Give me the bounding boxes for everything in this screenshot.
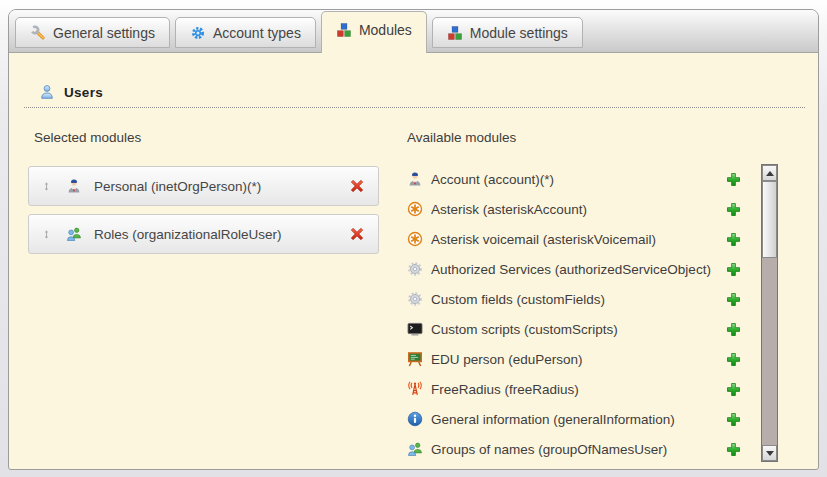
module-name: Account (account)(*) [431,172,726,187]
tab-general-settings[interactable]: General settings [15,17,170,48]
add-module-button[interactable] [726,262,741,277]
add-module-button[interactable] [726,412,741,427]
available-module-row: Custom fields (customFields) [407,284,741,314]
gear-icon [407,261,423,277]
add-module-button[interactable] [726,172,741,187]
config-panel: General settingsAccount typesModulesModu… [8,9,819,470]
available-module-row: Asterisk voicemail (asteriskVoicemail) [407,224,741,254]
available-module-row: Custom scripts (customScripts) [407,314,741,344]
module-name: Authorized Services (authorizedServiceOb… [431,262,726,277]
add-module-button[interactable] [726,352,741,367]
tab-modules[interactable]: Modules [321,11,427,53]
module-name: Roles (organizationalRoleUser) [94,227,349,242]
available-module-row: Authorized Services (authorizedServiceOb… [407,254,741,284]
add-module-button[interactable] [726,382,741,397]
tab-label: General settings [53,25,155,41]
terminal-icon [407,321,423,337]
module-name: Custom fields (customFields) [431,292,726,307]
group-icon [66,226,82,242]
chalkboard-icon [407,351,423,367]
group-icon [407,441,423,457]
arrow-up-icon [766,171,774,176]
tab-label: Module settings [470,25,568,41]
available-module-row: FreeRadius (freeRadius) [407,374,741,404]
person-icon [66,178,82,194]
available-modules-label: Available modules [407,130,516,145]
module-name: Asterisk voicemail (asteriskVoicemail) [431,232,726,247]
module-name: FreeRadius (freeRadius) [431,382,726,397]
modules-icon [447,25,463,41]
tab-label: Account types [213,25,301,41]
add-module-button[interactable] [726,292,741,307]
module-name: General information (generalInformation) [431,412,726,427]
tab-strip: General settingsAccount typesModulesModu… [9,10,818,53]
asterisk-icon [407,231,423,247]
available-modules-list: Account (account)(*)Asterisk (asteriskAc… [407,164,741,464]
account-type-title: Users [64,85,103,100]
asterisk-icon [407,201,423,217]
selected-modules-label: Selected modules [34,130,141,145]
account-types-icon [190,25,206,41]
module-name: Groups of names (groupOfNamesUser) [431,442,726,457]
person-icon [407,171,423,187]
available-module-row: Asterisk (asteriskAccount) [407,194,741,224]
add-module-button[interactable] [726,232,741,247]
drag-handle-icon[interactable] [41,227,52,242]
available-module-row: General information (generalInformation) [407,404,741,434]
add-module-button[interactable] [726,202,741,217]
scrollbar-thumb[interactable] [762,181,777,258]
tab-module-settings[interactable]: Module settings [432,17,583,48]
radio-icon [407,381,423,397]
gear-icon [407,291,423,307]
selected-module-row[interactable]: Roles (organizationalRoleUser) [28,214,379,254]
modules-icon [336,22,352,38]
remove-module-button[interactable] [349,226,365,242]
module-name: EDU person (eduPerson) [431,352,726,367]
module-name: Personal (inetOrgPerson)(*) [94,179,349,194]
available-module-row: Groups of names (groupOfNamesUser) [407,434,741,464]
scroll-down-button[interactable] [762,445,777,461]
selected-module-row[interactable]: Personal (inetOrgPerson)(*) [28,166,379,206]
info-icon [407,411,423,427]
scroll-up-button[interactable] [762,165,777,181]
available-module-row: Account (account)(*) [407,164,741,194]
tab-account-types[interactable]: Account types [175,17,316,48]
heading-divider [24,107,805,108]
account-type-heading: Users [39,84,103,100]
drag-handle-icon[interactable] [41,179,52,194]
module-name: Custom scripts (customScripts) [431,322,726,337]
user-icon [39,84,55,100]
wrench-icon [30,25,46,41]
tab-label: Modules [359,22,412,38]
arrow-down-icon [766,451,774,456]
add-module-button[interactable] [726,442,741,457]
selected-modules-list: Personal (inetOrgPerson)(*)Roles (organi… [28,166,379,262]
available-module-row: EDU person (eduPerson) [407,344,741,374]
add-module-button[interactable] [726,322,741,337]
available-modules-scrollbar[interactable] [761,164,778,462]
remove-module-button[interactable] [349,178,365,194]
module-name: Asterisk (asteriskAccount) [431,202,726,217]
